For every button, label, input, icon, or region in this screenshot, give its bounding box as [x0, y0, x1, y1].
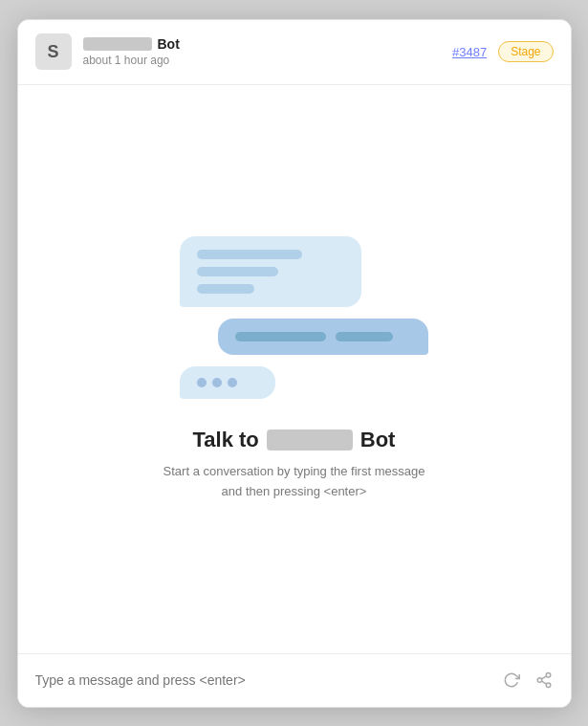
bubble-line: [235, 332, 326, 341]
bubble-3-typing: [180, 366, 275, 399]
chat-window: S Bot about 1 hour ago #3487 Stage: [17, 19, 572, 708]
refresh-icon[interactable]: [502, 671, 521, 690]
header-subtitle: about 1 hour ago: [83, 54, 452, 67]
talk-to-subtitle: Start a conversation by typing the first…: [163, 462, 425, 502]
talk-to-prefix: Talk to: [193, 428, 259, 452]
bot-label: Bot: [158, 36, 180, 52]
bubble-2: [218, 319, 428, 355]
avatar: S: [35, 33, 72, 70]
header-title: Bot: [83, 36, 452, 52]
svg-point-1: [537, 678, 542, 683]
footer: [18, 653, 571, 707]
bubble-line: [336, 332, 393, 341]
typing-dot: [197, 378, 207, 387]
talk-to-title: Talk to Bot: [193, 428, 396, 452]
chat-illustration: [161, 236, 428, 399]
ticket-link[interactable]: #3487: [452, 45, 487, 59]
footer-icons: [502, 671, 554, 690]
stage-badge[interactable]: Stage: [498, 41, 553, 62]
typing-dot: [212, 378, 222, 387]
bubble-1: [180, 236, 361, 307]
bot-name-blur-large: [267, 429, 353, 451]
header-actions: #3487 Stage: [452, 41, 554, 62]
svg-point-2: [546, 683, 551, 688]
typing-dot: [228, 378, 237, 387]
header-info: Bot about 1 hour ago: [83, 36, 452, 67]
bubble-line: [197, 267, 278, 276]
bot-name-blur: [83, 37, 152, 51]
talk-to-suffix: Bot: [360, 428, 396, 452]
chat-header: S Bot about 1 hour ago #3487 Stage: [18, 20, 571, 85]
svg-line-3: [541, 681, 546, 684]
message-input[interactable]: [35, 672, 502, 688]
chat-area: Talk to Bot Start a conversation by typi…: [18, 85, 571, 653]
svg-line-4: [541, 676, 546, 679]
svg-point-0: [546, 673, 551, 678]
bubble-line: [197, 284, 254, 294]
share-icon[interactable]: [534, 671, 554, 690]
bubble-line: [197, 250, 302, 259]
